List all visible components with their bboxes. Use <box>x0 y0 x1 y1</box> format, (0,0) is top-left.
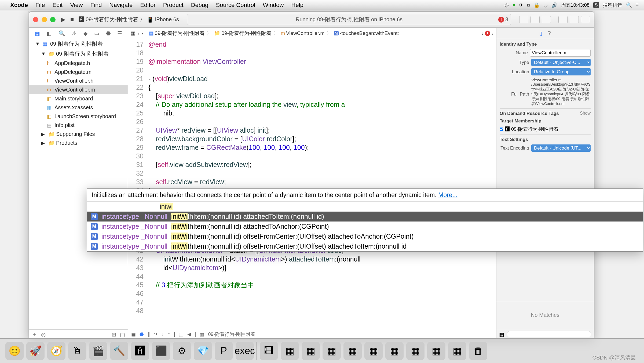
dock-xcode2[interactable]: 🅰 <box>131 342 149 360</box>
filter-icon[interactable]: ▢ <box>120 331 125 338</box>
qq-icon[interactable]: ◎ <box>504 2 509 8</box>
group-products[interactable]: ▶📁Products <box>29 139 128 147</box>
type-select[interactable]: Default - Objective-C... <box>531 59 591 66</box>
menu-file[interactable]: File <box>35 2 45 9</box>
run-button[interactable]: ▶ <box>61 16 65 23</box>
toggle-inspector-button[interactable] <box>581 16 590 23</box>
volume-icon[interactable]: 🔊 <box>551 2 557 8</box>
dock-app[interactable]: ▦ <box>427 342 445 360</box>
dock-xcode[interactable]: 🔨 <box>110 342 128 360</box>
file-info-plist[interactable]: ▤Info.plist <box>29 121 128 130</box>
editor-version-button[interactable] <box>542 16 551 23</box>
dock-app[interactable]: ▦ <box>385 342 404 360</box>
issue-navigator-tab[interactable]: ⚠ <box>72 30 77 37</box>
file-appdelegate-m[interactable]: mAppDelegate.m <box>29 68 128 77</box>
autocomplete-item[interactable]: Minstancetype _Nonnull initWithItem:(non… <box>87 222 643 231</box>
quickhelp-inspector-tab[interactable]: ? <box>548 30 551 36</box>
notification-icon[interactable]: ≡ <box>636 2 639 8</box>
dock-app[interactable]: ▦ <box>364 342 383 360</box>
jump-next-issue[interactable]: › <box>492 30 493 36</box>
airplane-icon[interactable]: ✈ <box>519 2 523 8</box>
menu-editor[interactable]: Editor <box>140 2 155 9</box>
menu-navigate[interactable]: Navigate <box>109 2 133 9</box>
jump-issue-badge[interactable]: 1 <box>485 31 490 36</box>
ime-label[interactable]: 搜狗拼音 <box>603 2 622 8</box>
process-name[interactable]: 09-附着行为-刚性附着 <box>208 331 255 337</box>
toggle-debug-button[interactable] <box>570 16 579 23</box>
debug-view-button[interactable]: ⬚ <box>179 331 184 337</box>
play-status-icon[interactable]: ● <box>513 2 515 8</box>
jump-back-button[interactable]: ‹ <box>138 30 139 36</box>
dock-imovie[interactable]: 🎬 <box>89 342 107 360</box>
file-launchscreen[interactable]: ◧LaunchScreen.storyboard <box>29 112 128 121</box>
jump-project[interactable]: 09-附着行为-刚性附着 <box>155 30 205 37</box>
dock-safari[interactable]: 🧭 <box>47 342 65 360</box>
group-folder[interactable]: ▼📁09-附着行为-刚性附着 <box>29 49 128 59</box>
code-editor[interactable]: 1718192021222324252627282930313233343536… <box>128 39 496 329</box>
debug-toggle-button[interactable]: ▣ <box>131 331 136 337</box>
dock-app[interactable]: ▦ <box>281 342 299 360</box>
autocomplete-item[interactable]: Minstancetype _Nonnull initWithItem:(non… <box>87 241 643 251</box>
file-main-storyboard[interactable]: ◧Main.storyboard <box>29 94 128 103</box>
related-items-button[interactable]: ▦ <box>131 30 136 36</box>
dock-sketch[interactable]: 💎 <box>194 342 212 360</box>
wifi-icon[interactable]: ◡ <box>543 2 548 8</box>
dock-p[interactable]: P <box>215 342 233 360</box>
issue-badge[interactable]: !3 <box>498 16 508 23</box>
lock-icon[interactable]: 🔒 <box>534 2 540 8</box>
minimize-window-button[interactable] <box>42 17 47 22</box>
name-field[interactable] <box>530 49 591 57</box>
dock-app[interactable]: ▦ <box>448 342 466 360</box>
file-viewcontroller-m[interactable]: mViewController.m <box>29 85 128 94</box>
menu-debug[interactable]: Debug <box>191 2 208 9</box>
ime-icon[interactable]: S <box>593 2 599 8</box>
close-window-button[interactable] <box>33 17 38 22</box>
menu-find[interactable]: Find <box>90 2 102 9</box>
jump-forward-button[interactable]: › <box>141 30 143 36</box>
file-viewcontroller-h[interactable]: hViewController.h <box>29 77 128 85</box>
breakpoint-toggle-button[interactable]: ⬣ <box>140 331 144 337</box>
textenc-select[interactable]: Default - Unicode (UT... <box>531 144 591 152</box>
editor-standard-button[interactable] <box>519 16 528 23</box>
autocomplete-item[interactable]: Minstancetype _Nonnull initWithItem:(non… <box>87 212 643 222</box>
report-navigator-tab[interactable]: ☰ <box>117 30 122 37</box>
filter-recent-button[interactable]: ◎ <box>41 331 46 338</box>
menu-help[interactable]: Help <box>291 2 303 9</box>
filter-scm-button[interactable]: ⊞ <box>112 331 116 338</box>
scheme-name[interactable]: 09-附着行为-刚性附着 <box>86 16 138 23</box>
project-navigator-tab[interactable]: ▦ <box>35 30 40 37</box>
autocomplete-item[interactable]: Minstancetype _Nonnull initWithItem:(non… <box>87 231 643 241</box>
find-navigator-tab[interactable]: 🔍 <box>58 30 65 37</box>
dock-settings[interactable]: ⚙ <box>173 342 191 360</box>
add-button[interactable]: ＋ <box>32 331 37 338</box>
symbol-navigator-tab[interactable]: ◧ <box>47 30 52 37</box>
dock-exec[interactable]: exec <box>236 342 254 360</box>
file-inspector-tab[interactable]: ▯ <box>539 30 542 37</box>
library-filter[interactable] <box>507 331 591 337</box>
dock-launchpad[interactable]: 🚀 <box>26 342 45 360</box>
target-checkbox[interactable] <box>500 128 503 131</box>
menu-source-control[interactable]: Source Control <box>216 2 255 9</box>
menu-view[interactable]: View <box>70 2 83 9</box>
toggle-navigator-button[interactable] <box>558 16 568 23</box>
menu-edit[interactable]: Edit <box>52 2 63 9</box>
dock-terminal[interactable]: ⬛ <box>152 342 170 360</box>
ondemand-show[interactable]: Show <box>580 111 591 118</box>
project-root[interactable]: ▼▦09-附着行为-刚性附着 <box>29 39 128 49</box>
continue-button[interactable]: ‖ <box>148 331 150 337</box>
datetime[interactable]: 周五10:43:08 <box>561 2 590 8</box>
menu-window[interactable]: Window <box>263 2 284 9</box>
search-icon[interactable]: 🔍 <box>626 2 632 8</box>
bluetooth-icon[interactable]: ⧈ <box>527 2 530 8</box>
stop-button[interactable]: ■ <box>70 16 74 23</box>
app-menu[interactable]: Xcode <box>10 2 28 9</box>
location-select[interactable]: Relative to Group <box>531 68 591 75</box>
dock-finder[interactable]: 🙂 <box>5 342 24 360</box>
dock-app[interactable]: ▦ <box>323 342 341 360</box>
file-appdelegate-h[interactable]: hAppDelegate.h <box>29 59 128 68</box>
library-grid-button[interactable]: ▦ <box>499 331 504 337</box>
maximize-window-button[interactable] <box>50 17 56 22</box>
dock-mouse[interactable]: 🖱 <box>68 342 86 360</box>
code-body[interactable]: @end @implementation ViewController - (v… <box>146 39 363 329</box>
jump-group[interactable]: 09-附着行为-刚性附着 <box>221 30 271 37</box>
